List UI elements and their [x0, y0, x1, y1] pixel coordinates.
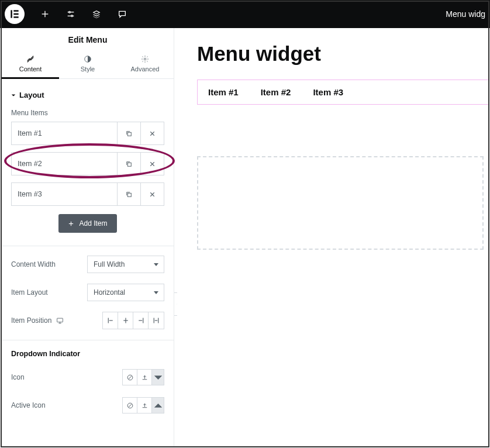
duplicate-item-button[interactable]	[117, 183, 140, 205]
top-bar: Menu widg	[0, 0, 490, 28]
svg-line-38	[128, 404, 132, 408]
item-layout-value: Horizontal	[87, 284, 164, 301]
tab-style-label: Style	[81, 66, 95, 73]
align-stretch-option[interactable]	[149, 312, 164, 329]
item-position-choices	[102, 312, 164, 329]
svg-rect-1	[13, 10, 18, 12]
svg-point-9	[71, 15, 73, 17]
panel-title: Edit Menu	[2, 28, 174, 50]
tab-advanced[interactable]: Advanced	[116, 50, 174, 78]
divider	[2, 246, 174, 246]
align-end-option[interactable]	[133, 312, 149, 329]
menu-preview-item[interactable]: Item #3	[313, 87, 343, 97]
menu-item-row[interactable]: Item #3	[11, 182, 164, 206]
menu-preview-item[interactable]: Item #1	[208, 87, 239, 97]
icon-library-button[interactable]	[151, 369, 164, 385]
section-layout-label: Layout	[19, 91, 44, 99]
add-item-label: Add Item	[79, 219, 107, 228]
canvas-area: Menu widget Item #1 Item #2 Item #3	[177, 28, 490, 446]
breadcrumb-text: Menu widg	[441, 0, 490, 28]
content-width-select[interactable]: Full Width	[87, 256, 164, 273]
editor-panel: Edit Menu Content Style Advanced Layout …	[2, 28, 174, 446]
svg-point-7	[69, 11, 71, 13]
tab-style[interactable]: Style	[59, 50, 116, 78]
icon-upload-button[interactable]	[137, 397, 152, 413]
icon-none-button[interactable]	[122, 397, 137, 413]
plus-icon	[68, 220, 74, 227]
svg-rect-3	[13, 16, 18, 18]
svg-point-11	[144, 58, 146, 60]
menu-widget-preview[interactable]: Item #1 Item #2 Item #3	[197, 80, 489, 105]
duplicate-item-button[interactable]	[117, 122, 140, 144]
structure-button[interactable]	[85, 3, 108, 25]
add-element-button[interactable]	[34, 3, 56, 25]
svg-line-36	[128, 375, 132, 380]
elementor-logo[interactable]	[5, 4, 25, 24]
active-icon-control	[122, 397, 164, 413]
active-icon-label: Active Icon	[11, 401, 46, 409]
menu-items-label: Menu Items	[11, 109, 164, 117]
page-title: Menu widget	[197, 42, 490, 66]
dropdown-indicator-heading: Dropdown Indicator	[11, 350, 164, 358]
content-width-label: Content Width	[11, 260, 56, 268]
topbar-left	[5, 3, 133, 25]
svg-rect-15	[127, 163, 131, 166]
duplicate-item-button[interactable]	[117, 153, 140, 175]
icon-none-button[interactable]	[122, 369, 137, 385]
menu-item-title[interactable]: Item #3	[12, 183, 117, 205]
remove-item-button[interactable]	[140, 122, 164, 144]
item-position-label: Item Position	[11, 316, 64, 325]
content-width-value: Full Width	[87, 256, 164, 273]
svg-rect-0	[11, 10, 12, 18]
panel-tabs: Content Style Advanced	[2, 50, 174, 79]
menu-items-repeater: Item #1 Item #2 Item #3	[11, 122, 164, 206]
divider	[2, 340, 174, 340]
section-layout-header[interactable]: Layout	[11, 87, 164, 109]
menu-item-row[interactable]: Item #2	[11, 152, 164, 175]
desktop-icon	[56, 317, 64, 325]
remove-item-button[interactable]	[140, 183, 164, 205]
tab-content[interactable]: Content	[2, 50, 59, 78]
indicator-icon-control	[122, 369, 164, 385]
menu-item-row[interactable]: Item #1	[11, 122, 164, 145]
align-center-option[interactable]	[118, 312, 133, 329]
icon-library-button[interactable]	[151, 397, 164, 413]
svg-rect-2	[13, 13, 18, 15]
caret-down-icon	[11, 93, 16, 98]
menu-preview-item[interactable]: Item #2	[261, 87, 291, 97]
svg-rect-18	[127, 193, 131, 197]
icon-upload-button[interactable]	[137, 369, 152, 385]
align-start-option[interactable]	[103, 312, 118, 329]
item-layout-select[interactable]: Horizontal	[87, 284, 164, 301]
svg-rect-12	[127, 132, 131, 136]
menu-item-title[interactable]: Item #1	[12, 122, 117, 144]
settings-button[interactable]	[60, 3, 82, 25]
tab-advanced-label: Advanced	[131, 66, 160, 73]
item-layout-label: Item Layout	[11, 288, 48, 297]
empty-section-dropzone[interactable]	[197, 156, 484, 250]
add-item-button[interactable]: Add Item	[58, 214, 116, 233]
comment-button[interactable]	[111, 3, 133, 25]
svg-rect-23	[57, 318, 63, 322]
remove-item-button[interactable]	[140, 153, 164, 175]
indicator-icon-label: Icon	[11, 373, 25, 381]
tab-content-label: Content	[19, 66, 42, 73]
menu-item-title[interactable]: Item #2	[12, 153, 117, 175]
